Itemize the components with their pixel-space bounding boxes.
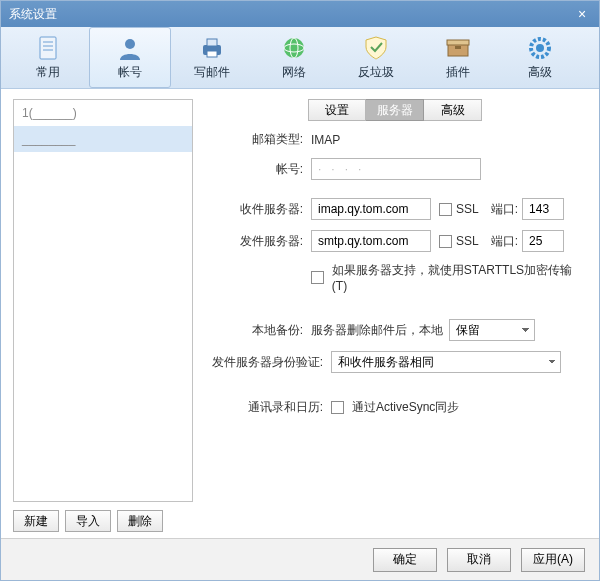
svg-rect-12 — [447, 40, 469, 45]
delete-button[interactable]: 删除 — [117, 510, 163, 532]
tool-label: 写邮件 — [194, 64, 230, 81]
page-icon — [35, 35, 61, 61]
apply-button[interactable]: 应用(A) — [521, 548, 585, 572]
outgoing-port-input[interactable] — [522, 230, 564, 252]
shield-icon — [363, 35, 389, 61]
port-label: 端口: — [491, 201, 518, 218]
local-backup-prefix: 服务器删除邮件后，本地 — [311, 322, 443, 339]
svg-rect-7 — [207, 51, 217, 57]
gear-icon — [527, 35, 553, 61]
printer-icon — [199, 35, 225, 61]
smtp-auth-label: 发件服务器身份验证: — [203, 354, 331, 371]
tool-network[interactable]: 网络 — [253, 27, 335, 88]
tool-compose[interactable]: 写邮件 — [171, 27, 253, 88]
local-backup-label: 本地备份: — [203, 322, 311, 339]
incoming-port-input[interactable] — [522, 198, 564, 220]
incoming-ssl-checkbox[interactable] — [439, 203, 452, 216]
new-button[interactable]: 新建 — [13, 510, 59, 532]
window: 系统设置 × 常用 帐号 写邮件 网络 — [0, 0, 600, 581]
account-list[interactable]: 1(______) ________ — [13, 99, 193, 502]
tool-label: 反垃圾 — [358, 64, 394, 81]
tab-server[interactable]: 服务器 — [366, 99, 424, 121]
box-icon — [445, 35, 471, 61]
tool-label: 帐号 — [118, 64, 142, 81]
right-column: 设置 服务器 高级 邮箱类型: IMAP 帐号: 收件服务器: — [203, 99, 587, 532]
toolbar: 常用 帐号 写邮件 网络 反垃圾 — [1, 27, 599, 89]
contacts-label: 通讯录和日历: — [203, 399, 331, 416]
tool-label: 常用 — [36, 64, 60, 81]
tab-settings[interactable]: 设置 — [308, 99, 366, 121]
tool-plugin[interactable]: 插件 — [417, 27, 499, 88]
mailbox-type-value: IMAP — [311, 133, 340, 147]
body: 1(______) ________ 新建 导入 删除 设置 服务器 高级 邮箱… — [1, 89, 599, 538]
outgoing-server-label: 发件服务器: — [203, 233, 311, 250]
port-label-2: 端口: — [491, 233, 518, 250]
tool-label: 插件 — [446, 64, 470, 81]
svg-point-8 — [284, 38, 304, 58]
tool-common[interactable]: 常用 — [7, 27, 89, 88]
starttls-label: 如果服务器支持，就使用STARTTLS加密传输(T) — [332, 262, 587, 293]
list-item[interactable]: 1(______) — [14, 100, 192, 126]
incoming-server-label: 收件服务器: — [203, 201, 311, 218]
outgoing-ssl-checkbox[interactable] — [439, 235, 452, 248]
cancel-button[interactable]: 取消 — [447, 548, 511, 572]
svg-point-15 — [536, 44, 544, 52]
ok-button[interactable]: 确定 — [373, 548, 437, 572]
tool-label: 高级 — [528, 64, 552, 81]
starttls-checkbox[interactable] — [311, 271, 324, 284]
user-icon — [117, 35, 143, 61]
ssl-label-2: SSL — [456, 234, 479, 248]
close-icon[interactable]: × — [573, 5, 591, 23]
svg-rect-6 — [207, 39, 217, 46]
outgoing-server-input[interactable] — [311, 230, 431, 252]
globe-icon — [281, 35, 307, 61]
window-title: 系统设置 — [9, 6, 57, 23]
footer: 确定 取消 应用(A) — [1, 538, 599, 580]
account-label: 帐号: — [203, 161, 311, 178]
account-input[interactable] — [311, 158, 481, 180]
tool-advanced[interactable]: 高级 — [499, 27, 581, 88]
mailbox-type-label: 邮箱类型: — [203, 131, 311, 148]
tab-advanced[interactable]: 高级 — [424, 99, 482, 121]
left-column: 1(______) ________ 新建 导入 删除 — [13, 99, 193, 532]
svg-rect-11 — [448, 44, 468, 56]
titlebar: 系统设置 × — [1, 1, 599, 27]
svg-rect-13 — [455, 46, 461, 49]
tool-spam[interactable]: 反垃圾 — [335, 27, 417, 88]
list-item[interactable]: ________ — [14, 126, 192, 152]
server-form: 邮箱类型: IMAP 帐号: 收件服务器: SSL 端口: 发件服 — [203, 131, 587, 426]
tabbar: 设置 服务器 高级 — [203, 99, 587, 121]
tool-account[interactable]: 帐号 — [89, 27, 171, 88]
tool-label: 网络 — [282, 64, 306, 81]
import-button[interactable]: 导入 — [65, 510, 111, 532]
activesync-checkbox[interactable] — [331, 401, 344, 414]
svg-point-4 — [125, 39, 135, 49]
account-list-buttons: 新建 导入 删除 — [13, 510, 193, 532]
ssl-label: SSL — [456, 202, 479, 216]
smtp-auth-select[interactable]: 和收件服务器相同 — [331, 351, 561, 373]
svg-rect-0 — [40, 37, 56, 59]
activesync-label: 通过ActiveSync同步 — [352, 399, 459, 416]
incoming-server-input[interactable] — [311, 198, 431, 220]
local-backup-select[interactable]: 保留 — [449, 319, 535, 341]
